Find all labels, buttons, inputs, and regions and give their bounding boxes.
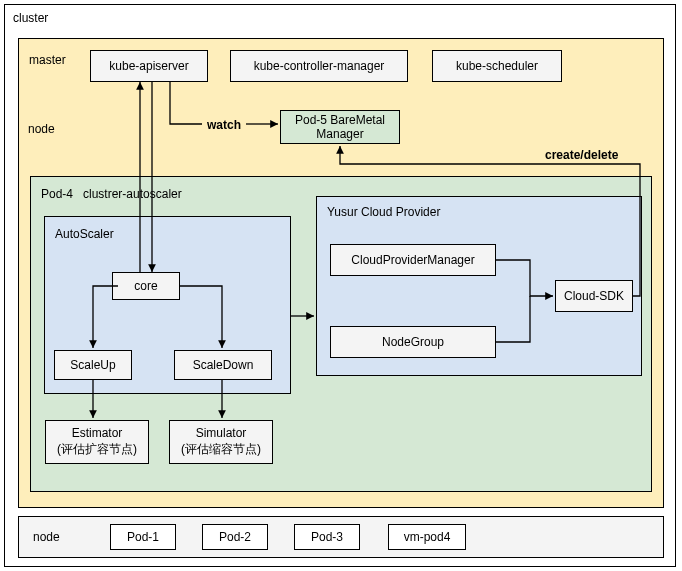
provider-label: Yusur Cloud Provider [327, 205, 440, 219]
cloud-sdk-label: Cloud-SDK [564, 289, 624, 303]
nodegroup-box: NodeGroup [330, 326, 496, 358]
estimator-box: Estimator (评估扩容节点) [45, 420, 149, 464]
core-box: core [112, 272, 180, 300]
scaledown-label: ScaleDown [193, 358, 254, 372]
pod3-box: Pod-3 [294, 524, 360, 550]
create-delete-label: create/delete [545, 148, 618, 162]
node-lower-label: node [33, 530, 60, 544]
simulator-box: Simulator (评估缩容节点) [169, 420, 273, 464]
watch-label: watch [207, 118, 241, 132]
simulator-label: Simulator (评估缩容节点) [181, 426, 261, 457]
pod5-box: Pod-5 BareMetal Manager [280, 110, 400, 144]
vmpod4-box: vm-pod4 [388, 524, 466, 550]
kube-apiserver-box: kube-apiserver [90, 50, 208, 82]
master-label: master [29, 53, 66, 67]
pod2-box: Pod-2 [202, 524, 268, 550]
cloud-provider-manager-label: CloudProviderManager [351, 253, 474, 267]
pod1-label: Pod-1 [127, 530, 159, 544]
node-upper-label: node [28, 122, 55, 136]
kube-controller-manager-label: kube-controller-manager [254, 59, 385, 73]
kube-scheduler-label: kube-scheduler [456, 59, 538, 73]
pod4-label: Pod-4 clustrer-autoscaler [41, 187, 182, 201]
core-label: core [134, 279, 157, 293]
estimator-label: Estimator (评估扩容节点) [57, 426, 137, 457]
cloud-provider-manager-box: CloudProviderManager [330, 244, 496, 276]
scaleup-box: ScaleUp [54, 350, 132, 380]
pod5-label: Pod-5 BareMetal Manager [295, 113, 385, 142]
scaledown-box: ScaleDown [174, 350, 272, 380]
pod3-label: Pod-3 [311, 530, 343, 544]
cluster-label: cluster [13, 11, 48, 25]
nodegroup-label: NodeGroup [382, 335, 444, 349]
cloud-sdk-box: Cloud-SDK [555, 280, 633, 312]
kube-scheduler-box: kube-scheduler [432, 50, 562, 82]
kube-controller-manager-box: kube-controller-manager [230, 50, 408, 82]
autoscaler-label: AutoScaler [55, 227, 114, 241]
pod1-box: Pod-1 [110, 524, 176, 550]
pod2-label: Pod-2 [219, 530, 251, 544]
vmpod4-label: vm-pod4 [404, 530, 451, 544]
scaleup-label: ScaleUp [70, 358, 115, 372]
kube-apiserver-label: kube-apiserver [109, 59, 188, 73]
